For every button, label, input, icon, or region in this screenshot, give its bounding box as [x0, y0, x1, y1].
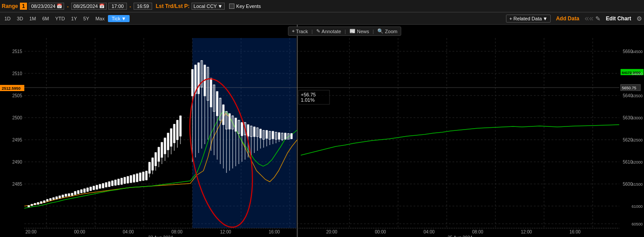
- svg-text:2485: 2485: [12, 182, 23, 187]
- related-data-btn[interactable]: + Related Data ▼: [506, 15, 551, 23]
- toolbar-separator: ««: [585, 14, 594, 23]
- range-number[interactable]: 1: [20, 3, 27, 10]
- key-events-checkbox[interactable]: [229, 4, 234, 9]
- svg-rect-114: [164, 138, 166, 154]
- svg-text:1.01%: 1.01%: [301, 97, 314, 103]
- svg-text:2512.5950: 2512.5950: [2, 86, 21, 91]
- svg-text:04:00: 04:00: [423, 229, 434, 234]
- news-btn[interactable]: 📰 News: [349, 28, 369, 34]
- svg-text:00:00: 00:00: [375, 229, 386, 234]
- chart-area: ⌖ Track | ✎ Annotate | 📰 News | 🔍 Zoom: [0, 25, 644, 237]
- svg-rect-54: [71, 193, 73, 195]
- svg-rect-28: [31, 204, 33, 206]
- svg-rect-62: [84, 189, 85, 192]
- svg-rect-106: [152, 158, 153, 170]
- svg-rect-80: [111, 181, 113, 186]
- svg-text:64000: 64000: [632, 72, 643, 76]
- svg-text:12:00: 12:00: [521, 229, 532, 234]
- svg-rect-108: [155, 153, 157, 166]
- svg-rect-100: [142, 172, 144, 180]
- svg-rect-190: [291, 134, 292, 139]
- date-end-box[interactable]: 08/25/2024 📅: [71, 3, 107, 10]
- svg-text:62500: 62500: [632, 138, 643, 142]
- svg-text:00:00: 00:00: [74, 229, 85, 234]
- related-data-dropdown-icon: ▼: [543, 16, 548, 21]
- svg-text:63500: 63500: [632, 94, 643, 98]
- svg-text:08:00: 08:00: [472, 229, 483, 234]
- zoom-label: Zoom: [385, 29, 397, 34]
- btn-ytd[interactable]: YTD: [53, 15, 68, 22]
- svg-rect-64: [87, 188, 88, 191]
- annotate-label: Annotate: [322, 29, 341, 34]
- btn-1d[interactable]: 1D: [2, 15, 13, 22]
- svg-rect-40: [50, 199, 51, 200]
- svg-rect-90: [127, 176, 129, 183]
- btn-1m[interactable]: 1M: [27, 15, 38, 22]
- annotate-btn[interactable]: ✎ Annotate: [316, 28, 341, 34]
- toolbar: 1D 3D 1M 6M YTD 1Y 5Y Max Tick ▼ + Relat…: [0, 12, 644, 25]
- svg-rect-38: [46, 199, 48, 201]
- btn-1y[interactable]: 1Y: [69, 15, 80, 22]
- svg-text:61500: 61500: [632, 182, 643, 187]
- date-separator: -: [66, 4, 69, 9]
- date-start-box[interactable]: 08/23/2024 📅: [29, 3, 64, 10]
- svg-text:20:00: 20:00: [326, 229, 337, 234]
- ccy-box[interactable]: Local CCY ▼: [192, 3, 225, 10]
- zoom-icon: 🔍: [377, 28, 383, 34]
- svg-text:63000: 63000: [632, 116, 643, 120]
- svg-text:2515: 2515: [12, 49, 23, 54]
- toolbar-right: + Related Data ▼ Add Data «« ✎ Edit Char…: [506, 14, 642, 23]
- top-bar: Range 1 08/23/2024 📅 - 08/25/2024 📅 17:0…: [0, 0, 644, 12]
- svg-rect-92: [130, 176, 132, 183]
- svg-rect-150: [229, 114, 230, 129]
- svg-rect-120: [173, 124, 175, 143]
- ccy-value: Local CCY: [194, 4, 217, 9]
- svg-rect-26: [28, 206, 30, 207]
- btn-3d[interactable]: 3D: [14, 15, 26, 22]
- settings-icon[interactable]: ⚙: [636, 15, 642, 22]
- btn-max[interactable]: Max: [93, 15, 107, 22]
- time-end-box[interactable]: 16:59: [134, 3, 152, 10]
- svg-rect-182: [278, 133, 280, 139]
- svg-text:16:00: 16:00: [268, 229, 280, 234]
- svg-rect-166: [253, 127, 255, 137]
- chart-svg: +56.75 1.01% 2515 2510 2505 2500 2495 24…: [0, 25, 644, 237]
- calendar-icon-start[interactable]: 📅: [57, 4, 62, 8]
- svg-rect-118: [170, 129, 172, 146]
- svg-rect-146: [222, 105, 224, 125]
- add-data-btn[interactable]: Add Data: [552, 15, 583, 23]
- btn-6m[interactable]: 6M: [39, 15, 51, 22]
- zoom-btn[interactable]: 🔍 Zoom: [377, 28, 397, 34]
- svg-rect-46: [59, 196, 61, 198]
- btn-tick[interactable]: Tick ▼: [108, 15, 130, 22]
- annotate-pencil-icon: ✎: [316, 28, 320, 34]
- track-btn[interactable]: ⌖ Track: [292, 28, 308, 34]
- svg-rect-56: [74, 191, 76, 195]
- news-label: News: [357, 29, 369, 34]
- time-start-box[interactable]: 17:00: [108, 3, 127, 10]
- svg-text:2500: 2500: [12, 115, 23, 120]
- svg-text:08:00: 08:00: [171, 229, 182, 234]
- edit-pencil-icon[interactable]: ✎: [595, 15, 601, 22]
- tick-dropdown-icon: ▼: [121, 16, 126, 21]
- svg-rect-30: [34, 203, 36, 205]
- svg-rect-42: [53, 198, 54, 199]
- calendar-icon-end[interactable]: 📅: [99, 4, 104, 8]
- edit-chart-btn[interactable]: Edit Chart: [602, 15, 635, 23]
- svg-rect-76: [105, 183, 107, 187]
- btn-5y[interactable]: 5Y: [80, 15, 92, 22]
- svg-rect-34: [40, 202, 42, 203]
- svg-text:+56.75: +56.75: [301, 92, 316, 97]
- svg-rect-82: [115, 180, 116, 185]
- svg-rect-186: [284, 133, 286, 139]
- svg-rect-170: [260, 129, 261, 138]
- svg-rect-88: [124, 177, 126, 183]
- svg-rect-68: [93, 186, 95, 190]
- svg-rect-158: [241, 122, 243, 136]
- svg-rect-178: [272, 131, 274, 139]
- ccy-dropdown-icon[interactable]: ▼: [218, 4, 222, 9]
- svg-rect-72: [99, 184, 101, 188]
- svg-text:61000: 61000: [632, 204, 643, 209]
- svg-rect-70: [96, 185, 98, 189]
- svg-rect-110: [158, 147, 160, 161]
